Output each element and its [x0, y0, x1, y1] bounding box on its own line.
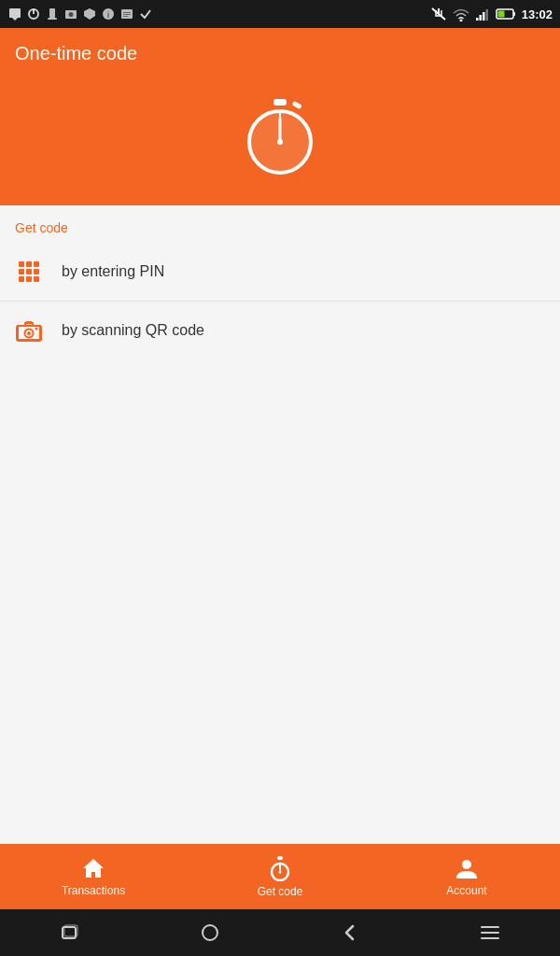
svg-rect-36 [34, 269, 39, 274]
enter-pin-label: by entering PIN [62, 263, 164, 280]
status-icon-2 [26, 7, 41, 21]
usb-icon [45, 7, 60, 21]
svg-rect-17 [476, 18, 479, 21]
svg-marker-1 [12, 18, 18, 21]
menu-button[interactable] [471, 914, 509, 951]
photo-icon [63, 7, 78, 21]
nav-get-code-label: Get code [258, 885, 303, 898]
svg-rect-25 [292, 100, 302, 108]
back-button[interactable] [331, 914, 369, 951]
news-icon [119, 7, 134, 21]
home-icon [81, 856, 105, 880]
signal-icon [475, 7, 490, 21]
recent-apps-button[interactable] [51, 914, 89, 951]
bottom-nav: Transactions Get code Account [0, 844, 560, 909]
svg-point-48 [279, 871, 282, 874]
svg-rect-35 [26, 269, 32, 274]
enter-pin-item[interactable]: by entering PIN [0, 243, 560, 301]
section-label: Get code [0, 205, 560, 243]
svg-rect-19 [483, 12, 485, 21]
nav-account-label: Account [446, 884, 486, 897]
keypad-icon [15, 258, 43, 286]
svg-point-42 [27, 331, 31, 335]
status-bar: i 13:02 [0, 0, 560, 28]
shield-icon [82, 7, 97, 21]
nav-item-account[interactable]: Account [373, 856, 560, 897]
svg-rect-20 [485, 9, 488, 21]
svg-rect-34 [19, 269, 24, 274]
svg-point-16 [459, 20, 462, 22]
svg-text:i: i [107, 10, 109, 20]
svg-rect-39 [34, 276, 39, 282]
header-icon-area [0, 64, 560, 205]
svg-rect-12 [123, 12, 131, 13]
svg-rect-13 [123, 14, 131, 15]
svg-point-52 [203, 925, 217, 940]
svg-rect-37 [19, 276, 24, 282]
svg-point-49 [462, 860, 471, 869]
battery-icon [496, 7, 516, 21]
system-nav [0, 909, 560, 956]
svg-rect-0 [9, 8, 21, 18]
timer-nav-icon [267, 855, 293, 881]
status-icons-right: 13:02 [430, 7, 553, 21]
svg-rect-5 [48, 18, 57, 20]
account-icon [455, 856, 479, 880]
home-button[interactable] [191, 914, 229, 951]
svg-marker-44 [83, 859, 104, 878]
svg-marker-8 [84, 8, 95, 20]
check-icon [138, 7, 153, 21]
scan-qr-item[interactable]: by scanning QR code [0, 301, 560, 359]
nav-item-get-code[interactable]: Get code [187, 855, 373, 898]
app-header: One-time code [0, 28, 560, 205]
status-icons-left: i [7, 7, 153, 21]
main-content: Get code by entering PIN [0, 205, 560, 844]
svg-rect-33 [34, 261, 39, 267]
camera-icon [15, 316, 43, 344]
svg-rect-45 [277, 856, 283, 860]
scan-qr-label: by scanning QR code [62, 322, 204, 339]
svg-rect-38 [26, 276, 32, 282]
svg-point-43 [35, 328, 38, 330]
status-time: 13:02 [522, 7, 553, 21]
timer-icon [238, 93, 322, 177]
svg-rect-18 [479, 15, 482, 21]
svg-rect-24 [273, 99, 287, 105]
nav-transactions-label: Transactions [62, 884, 125, 897]
svg-rect-14 [123, 16, 128, 17]
svg-rect-32 [26, 261, 32, 267]
svg-rect-22 [513, 12, 515, 16]
svg-rect-23 [497, 11, 504, 18]
svg-rect-31 [19, 261, 24, 267]
nav-item-transactions[interactable]: Transactions [0, 856, 187, 897]
svg-point-7 [69, 12, 74, 17]
info-icon: i [101, 7, 116, 21]
page-title: One-time code [0, 28, 152, 64]
wifi-icon [453, 7, 469, 21]
mute-icon [430, 7, 447, 21]
notification-icon [7, 7, 22, 21]
svg-rect-4 [49, 8, 55, 18]
